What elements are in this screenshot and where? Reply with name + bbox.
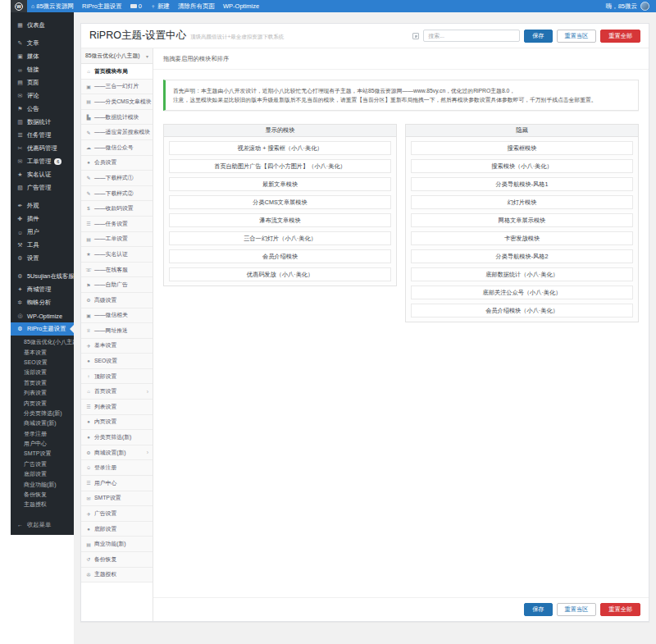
module-item[interactable]: 优惠码发放（小八·美化） — [169, 267, 391, 281]
module-item[interactable]: 分类导航模块-风格2 — [411, 249, 633, 263]
sidebar-submenu-item[interactable]: SMTP设置 — [11, 449, 74, 459]
sidebar-submenu-item[interactable]: 广告设置 — [11, 459, 74, 469]
settings-tab[interactable]: ✈ 基本设置 — [81, 339, 153, 354]
reset-section-button[interactable]: 重置当区 — [557, 30, 597, 43]
module-item[interactable]: 会员介绍模块 — [169, 249, 391, 263]
settings-tab[interactable]: ● 底部设置 — [81, 522, 153, 537]
settings-tab[interactable]: ▙ ——数据统计模块 — [81, 110, 153, 126]
module-item[interactable]: 底部数据统计（小八·美化） — [411, 267, 633, 281]
settings-tab[interactable]: ☁ ——微信公众号 — [81, 140, 153, 156]
module-item[interactable]: 瀑布流文章模块 — [169, 213, 391, 227]
settings-tab[interactable]: ✈ 广告设置 — [81, 506, 153, 522]
sidebar-submenu-item[interactable]: 分类页筛选(新) — [11, 409, 74, 418]
save-button[interactable]: 保存 — [524, 30, 552, 43]
sidebar-submenu-item[interactable]: 基本设置 — [11, 347, 74, 357]
settings-tab[interactable]: ✎ ——下载样式② — [81, 186, 153, 202]
sidebar-submenu-item[interactable]: 登录注册 — [11, 429, 74, 439]
sidebar-menu-item[interactable]: ▦ 仪表盘 — [11, 19, 74, 32]
wp-logo-menu[interactable]: W — [11, 0, 27, 12]
module-item[interactable]: 分类CMS文章展模块 — [169, 195, 391, 209]
sidebar-submenu-item[interactable]: 首页设置 — [11, 378, 74, 388]
adminbar-purge-cache[interactable]: 清除所有页面 — [174, 0, 219, 12]
module-item[interactable]: 搜索模块（小八·美化） — [411, 159, 633, 173]
settings-tab[interactable]: ● 内页设置 — [81, 415, 153, 431]
settings-search-input[interactable] — [423, 30, 520, 42]
adminbar-wp-optimize[interactable]: WP-Optimize — [219, 0, 263, 12]
settings-tab[interactable]: ✇ 主题授权 — [81, 568, 153, 583]
reset-section-button-bottom[interactable]: 重置当区 — [557, 603, 597, 616]
adminbar-new[interactable]: ＋ 新建 — [146, 0, 174, 12]
adminbar-site-name[interactable]: ⌂ 85微云资源网 — [27, 0, 78, 12]
module-item[interactable]: 幻灯片模块 — [411, 195, 633, 209]
adminbar-theme-settings[interactable]: RiPro主题设置 — [78, 0, 126, 12]
sidebar-menu-item[interactable]: ☰ 任务管理 — [11, 129, 74, 142]
sidebar-menu-item[interactable]: ✎ 文章 — [11, 37, 74, 50]
sidebar-menu-item[interactable]: ✉ 工单管理 6 — [11, 155, 74, 168]
sidebar-submenu-item[interactable]: 内页设置 — [11, 398, 74, 408]
adminbar-comments[interactable]: 0 — [126, 0, 146, 12]
module-item[interactable]: 搜索框模块 — [411, 141, 633, 155]
settings-tab[interactable]: ⚙ 商城设置(新) › — [81, 445, 153, 461]
module-item[interactable]: 底部关注公众号（小八·美化） — [411, 285, 633, 299]
module-item[interactable]: 首页自助图片广告【四个小方图片】（小八·美化） — [169, 159, 391, 173]
reset-all-button[interactable]: 重置全部 — [600, 30, 640, 43]
sidebar-menu-item[interactable]: ⚒ 工具 — [11, 239, 74, 252]
sidebar-menu-item[interactable]: ✂ 优惠码管理 — [11, 142, 74, 155]
sidebar-menu-item[interactable]: ⚙ 5Usujian在线客服 — [11, 270, 74, 283]
sidebar-menu-item[interactable]: ☺ 用户 — [11, 226, 74, 239]
module-item[interactable]: 视差滚动 + 搜索框（小八·美化） — [169, 141, 391, 155]
settings-tab[interactable]: ✎ ——下载样式① — [81, 171, 153, 186]
module-item[interactable]: 卡密发放模块 — [411, 231, 633, 245]
sidebar-submenu-item[interactable]: SEO设置 — [11, 358, 74, 368]
settings-tab[interactable]: $ ——收款码设置 — [81, 201, 153, 217]
sidebar-submenu-item[interactable]: 列表设置 — [11, 388, 74, 398]
sidebar-menu-item[interactable]: ∞ 链接 — [11, 63, 74, 76]
sidebar-menu-item[interactable]: ⚑ 公告 — [11, 103, 74, 116]
sidebar-menu-item[interactable]: ▥ 数据统计 — [11, 116, 74, 129]
settings-nav-group[interactable]: 85微云优化(小八主题) ▾ — [81, 48, 153, 64]
sidebar-menu-item[interactable]: ▣ 媒体 — [11, 50, 74, 63]
settings-tab[interactable]: ☏ ——在线客服 — [81, 263, 153, 278]
sidebar-submenu-item[interactable]: 备份恢复 — [11, 490, 74, 500]
settings-tab[interactable]: ☰ 列表设置 — [81, 400, 153, 415]
settings-tab[interactable]: ▤ ——分类CMS文章模块 — [81, 94, 153, 110]
settings-tab[interactable]: ⌂ 首页模块布局 — [81, 64, 153, 80]
settings-tab[interactable]: ⌂ 首页设置 › — [81, 384, 153, 400]
sidebar-menu-item[interactable]: ✒ 外观 — [11, 199, 74, 212]
settings-tab[interactable]: ★ ——实名认证 — [81, 247, 153, 263]
sidebar-submenu-item[interactable]: 商业功能(新) — [11, 479, 74, 489]
settings-tab[interactable]: ☰ ——任务设置 — [81, 217, 153, 232]
sidebar-submenu-item[interactable]: 顶部设置 — [11, 368, 74, 377]
settings-tab[interactable]: ▣ ——三合一幻灯片 — [81, 80, 153, 95]
sidebar-submenu-item[interactable]: 用户中心 — [11, 439, 74, 449]
sidebar-menu-item[interactable]: ⚙ RiPro主题设置 — [11, 322, 74, 336]
settings-tab[interactable]: ♕ ——网址推送 — [81, 323, 153, 339]
sidebar-menu-item[interactable]: ▧ 广告管理 — [11, 181, 74, 194]
sidebar-menu-item[interactable]: ★ 实名认证 — [11, 168, 74, 181]
settings-tab[interactable]: ● 会员设置 — [81, 156, 153, 171]
sidebar-menu-item[interactable]: ▤ 页面 — [11, 76, 74, 89]
settings-tab[interactable]: ☺ 登录注册 — [81, 460, 153, 476]
module-item[interactable]: 网格文章展示模块 — [411, 213, 633, 227]
settings-tab[interactable]: ▤ ——工单设置 — [81, 232, 153, 248]
sidebar-submenu-item[interactable]: 85微云优化(小八主题) — [11, 337, 74, 347]
sidebar-menu-item[interactable]: ✉ 评论 — [11, 89, 74, 103]
collapse-menu-button[interactable]: ← 收起菜单 — [11, 518, 74, 532]
sidebar-menu-item[interactable]: ✲ 蜘蛛分析 — [11, 296, 74, 309]
settings-tab[interactable]: ✎ ——适应背景搜索模块 — [81, 125, 153, 140]
settings-tab[interactable]: ⚙ 高级设置 — [81, 293, 153, 308]
settings-tab[interactable]: ↑ 顶部设置 — [81, 369, 153, 385]
expand-panel-icon[interactable] — [412, 33, 419, 39]
settings-tab[interactable]: ✉ SMTP设置 — [81, 491, 153, 507]
adminbar-account[interactable]: 嗨，85微云 — [606, 2, 656, 11]
settings-tab[interactable]: ⚑ ——自助广告 — [81, 277, 153, 293]
module-item[interactable]: 会员介绍模块（小八·美化） — [411, 304, 633, 317]
settings-tab[interactable]: ☰ 用户中心 — [81, 476, 153, 491]
settings-tab[interactable]: ● SEO设置 — [81, 354, 153, 369]
module-item[interactable]: 最新文章模块 — [169, 177, 391, 191]
module-item[interactable]: 分类导航模块-风格1 — [411, 177, 633, 191]
settings-tab[interactable]: ↺ 备份恢复 — [81, 552, 153, 568]
sidebar-submenu-item[interactable]: 商城设置(新) — [11, 418, 74, 428]
sidebar-submenu-item[interactable]: 主题授权 — [11, 500, 74, 509]
sidebar-menu-item[interactable]: ⚙ 设置 — [11, 252, 74, 265]
